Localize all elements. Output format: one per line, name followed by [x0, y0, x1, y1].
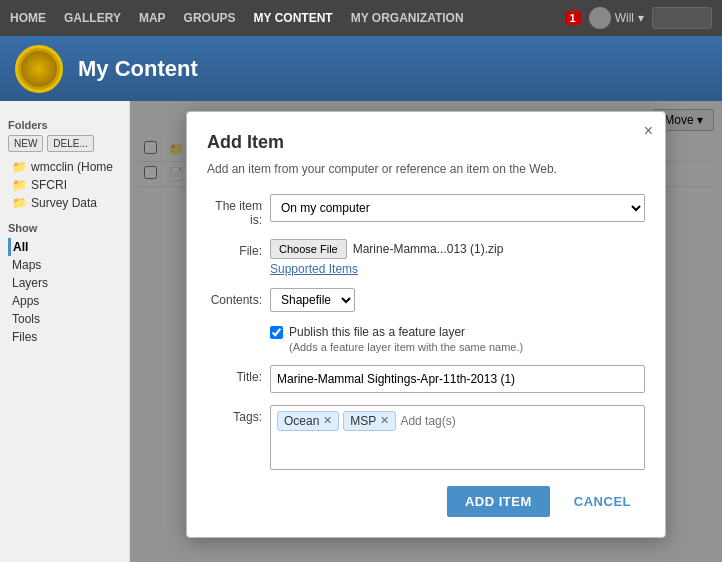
- top-navigation: HOME GALLERY MAP GROUPS MY CONTENT MY OR…: [0, 0, 722, 36]
- sidebar-item-wmcclin[interactable]: 📁 wmcclin (Home: [8, 158, 121, 176]
- sidebar-item-survey-data[interactable]: 📁 Survey Data: [8, 194, 121, 212]
- contents-control: Shapefile: [270, 288, 645, 312]
- tags-container: Ocean ✕ MSP ✕: [277, 411, 638, 431]
- folder-label: wmcclin (Home: [31, 160, 113, 174]
- tags-label: Tags:: [207, 405, 262, 424]
- nav-map[interactable]: MAP: [139, 11, 166, 25]
- page-title: My Content: [78, 56, 198, 82]
- nav-my-organization[interactable]: MY ORGANIZATION: [351, 11, 464, 25]
- tags-control: Ocean ✕ MSP ✕: [270, 405, 645, 470]
- title-row: Title:: [207, 365, 645, 393]
- file-control: Choose File Marine-Mamma...013 (1).zip S…: [270, 239, 645, 276]
- item-is-select[interactable]: On my computer: [270, 194, 645, 222]
- search-input[interactable]: [652, 7, 712, 29]
- nav-my-content[interactable]: MY CONTENT: [254, 11, 333, 25]
- publish-sublabel: (Adds a feature layer item with the same…: [289, 341, 523, 353]
- file-row: File: Choose File Marine-Mamma...013 (1)…: [207, 239, 645, 276]
- modal-footer: ADD ITEM CANCEL: [207, 486, 645, 517]
- user-menu[interactable]: Will ▾: [589, 7, 644, 29]
- publish-label: Publish this file as a feature layer: [289, 325, 465, 339]
- show-section: Show All Maps Layers Apps Tools Files: [8, 222, 121, 346]
- file-label: File:: [207, 239, 262, 258]
- publish-checkbox[interactable]: [270, 326, 283, 339]
- add-item-modal: × Add Item Add an item from your compute…: [186, 111, 666, 538]
- item-is-label: The item is:: [207, 194, 262, 227]
- file-name: Marine-Mamma...013 (1).zip: [353, 242, 504, 256]
- sidebar: Folders NEW DELE... 📁 wmcclin (Home 📁 SF…: [0, 101, 130, 562]
- title-label: Title:: [207, 365, 262, 384]
- nav-groups[interactable]: GROUPS: [184, 11, 236, 25]
- tags-box: Ocean ✕ MSP ✕: [270, 405, 645, 470]
- show-files[interactable]: Files: [8, 328, 121, 346]
- tag-ocean-remove[interactable]: ✕: [323, 414, 332, 427]
- close-button[interactable]: ×: [644, 122, 653, 140]
- tags-row: Tags: Ocean ✕ MSP ✕: [207, 405, 645, 470]
- tag-ocean: Ocean ✕: [277, 411, 339, 431]
- item-is-row: The item is: On my computer: [207, 194, 645, 227]
- modal-subtitle: Add an item from your computer or refere…: [207, 161, 645, 178]
- tag-label: MSP: [350, 414, 376, 428]
- modal-backdrop: × Add Item Add an item from your compute…: [130, 101, 722, 562]
- title-input[interactable]: [270, 365, 645, 393]
- logo: [15, 45, 63, 93]
- user-name: Will: [615, 11, 634, 25]
- folder-label: SFCRI: [31, 178, 67, 192]
- show-maps[interactable]: Maps: [8, 256, 121, 274]
- add-item-button[interactable]: ADD ITEM: [447, 486, 550, 517]
- publish-checkbox-row: Publish this file as a feature layer (Ad…: [207, 324, 645, 353]
- content-area: Move ▾ 📁 SeaSketch_PACIOCEA Features 📄 S…: [130, 101, 722, 562]
- folder-icon: 📁: [12, 196, 27, 210]
- modal-title: Add Item: [207, 132, 645, 153]
- contents-row: Contents: Shapefile: [207, 288, 645, 312]
- sidebar-item-sfcri[interactable]: 📁 SFCRI: [8, 176, 121, 194]
- nav-gallery[interactable]: GALLERY: [64, 11, 121, 25]
- show-layers[interactable]: Layers: [8, 274, 121, 292]
- new-folder-button[interactable]: NEW: [8, 135, 43, 152]
- avatar: [589, 7, 611, 29]
- show-tools[interactable]: Tools: [8, 310, 121, 328]
- item-is-control: On my computer: [270, 194, 645, 222]
- tag-msp-remove[interactable]: ✕: [380, 414, 389, 427]
- main-layout: Folders NEW DELE... 📁 wmcclin (Home 📁 SF…: [0, 101, 722, 562]
- show-apps[interactable]: Apps: [8, 292, 121, 310]
- notification-badge: 1: [565, 11, 581, 25]
- contents-label: Contents:: [207, 288, 262, 307]
- show-all[interactable]: All: [8, 238, 121, 256]
- delete-folder-button[interactable]: DELE...: [47, 135, 93, 152]
- folder-icon: 📁: [12, 178, 27, 192]
- cancel-button[interactable]: CANCEL: [560, 486, 645, 517]
- folder-icon: 📁: [12, 160, 27, 174]
- tag-add-input[interactable]: [400, 414, 550, 428]
- page-header: My Content: [0, 36, 722, 101]
- folder-actions: NEW DELE...: [8, 135, 121, 152]
- nav-home[interactable]: HOME: [10, 11, 46, 25]
- show-section-title: Show: [8, 222, 121, 234]
- folders-section-title: Folders: [8, 119, 121, 131]
- contents-select[interactable]: Shapefile: [270, 288, 355, 312]
- folder-label: Survey Data: [31, 196, 97, 210]
- tag-msp: MSP ✕: [343, 411, 396, 431]
- tag-label: Ocean: [284, 414, 319, 428]
- title-control: [270, 365, 645, 393]
- chevron-down-icon: ▾: [638, 11, 644, 25]
- supported-items-link[interactable]: Supported Items: [270, 262, 645, 276]
- choose-file-button[interactable]: Choose File: [270, 239, 347, 259]
